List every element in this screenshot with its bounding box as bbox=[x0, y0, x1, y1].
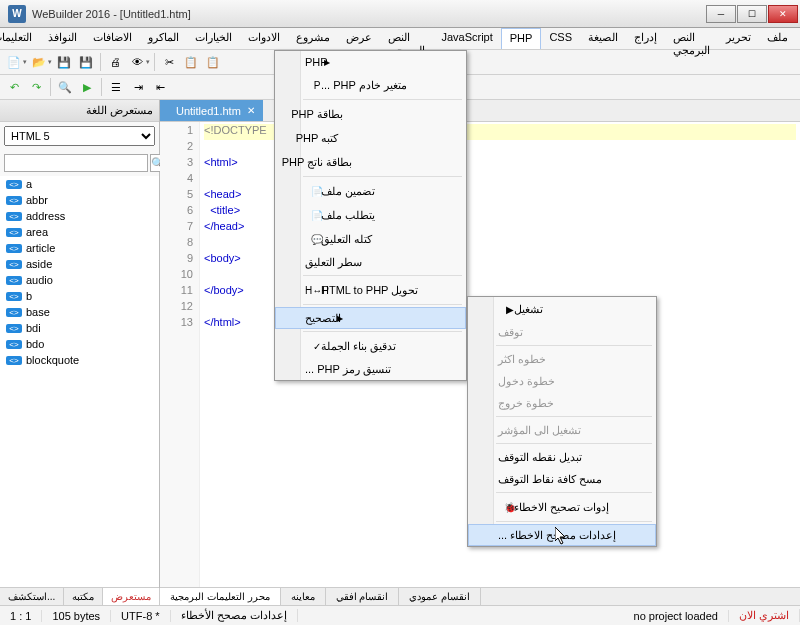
menu-الادوات[interactable]: الادوات bbox=[240, 28, 288, 49]
menu-item[interactable]: سطر التعليق bbox=[275, 251, 466, 273]
copy-icon[interactable]: 📋 bbox=[181, 52, 201, 72]
undo-icon[interactable]: ↶ bbox=[4, 77, 24, 97]
menu-النص البرمجي[interactable]: النص البرمجي bbox=[665, 28, 718, 49]
file-tabs: Untitled1.htm ✕ bbox=[160, 100, 800, 122]
menu-الماكرو[interactable]: الماكرو bbox=[140, 28, 187, 49]
editor-view-tab[interactable]: معاينه bbox=[281, 588, 326, 605]
editor-view-tabs: محرر التعليمات البرمجيةمعاينهانقسام افقي… bbox=[160, 587, 800, 605]
menu-item[interactable]: ✓تدقيق بناء الجملة bbox=[275, 334, 466, 358]
editor-view-tab[interactable]: انقسام عمودي bbox=[399, 588, 481, 605]
menu-الاضافات[interactable]: الاضافات bbox=[85, 28, 140, 49]
sidebar-tab[interactable]: مكتبه bbox=[64, 588, 103, 605]
buy-now-link[interactable]: اشتري الان bbox=[729, 609, 800, 622]
sidebar-tab[interactable]: مستعرض bbox=[103, 588, 160, 605]
menu-item[interactable]: ... إعدادات مصحح الاخطاء bbox=[468, 524, 656, 546]
menu-item[interactable]: مسح كافة نقاط التوقف bbox=[468, 468, 656, 490]
menu-item[interactable]: تبديل نقطه التوقف bbox=[468, 446, 656, 468]
menu-item: توقف bbox=[468, 321, 656, 343]
menu-item[interactable]: ... PHP تنسيق رمز bbox=[275, 358, 466, 380]
cut-icon[interactable]: ✂ bbox=[159, 52, 179, 72]
menu-الخيارات[interactable]: الخيارات bbox=[187, 28, 240, 49]
file-tab[interactable]: Untitled1.htm ✕ bbox=[160, 100, 263, 121]
menu-item[interactable]: PHP▶ bbox=[275, 51, 466, 73]
menu-الصيغة[interactable]: الصيغة bbox=[580, 28, 626, 49]
menu-item[interactable]: 💬كتله التعليق bbox=[275, 227, 466, 251]
tag-badge-icon: <> bbox=[6, 260, 22, 269]
tag-badge-icon: <> bbox=[6, 340, 22, 349]
submenu-arrow-icon: ▶ bbox=[337, 314, 343, 323]
run-icon[interactable]: ▶ bbox=[77, 77, 97, 97]
list-icon[interactable]: ☰ bbox=[106, 77, 126, 97]
status-encoding: UTF-8 * bbox=[111, 610, 171, 622]
outdent-icon[interactable]: ⇤ bbox=[150, 77, 170, 97]
menu-item[interactable]: PHP كتبه bbox=[275, 126, 466, 150]
menu-CSS[interactable]: CSS bbox=[541, 28, 580, 49]
menu-item[interactable]: 📄تضمين ملف bbox=[275, 179, 466, 203]
preview-icon[interactable]: 👁 bbox=[127, 52, 147, 72]
status-message: إعدادات مصحح الأخطاء bbox=[171, 609, 298, 622]
menu-ملف[interactable]: ملف bbox=[759, 28, 796, 49]
menu-item[interactable]: PHP بطاقة bbox=[275, 102, 466, 126]
tag-badge-icon: <> bbox=[6, 196, 22, 205]
editor-view-tab[interactable]: محرر التعليمات البرمجية bbox=[160, 588, 281, 605]
sidebar-tab[interactable]: استكشف... bbox=[0, 588, 64, 605]
menu-item[interactable]: H↔PHTML to PHP تحويل bbox=[275, 278, 466, 302]
paste-icon[interactable]: 📋 bbox=[203, 52, 223, 72]
menu-عرض[interactable]: عرض bbox=[338, 28, 380, 49]
menu-تحرير[interactable]: تحرير bbox=[718, 28, 759, 49]
file-tab-label: Untitled1.htm bbox=[176, 105, 241, 117]
line-gutter: 12345678910111213 bbox=[160, 122, 200, 587]
redo-icon[interactable]: ↷ bbox=[26, 77, 46, 97]
menu-مشروع[interactable]: مشروع bbox=[288, 28, 338, 49]
menu-النوافذ[interactable]: النوافذ bbox=[40, 28, 85, 49]
debug-submenu: ▶تشغيلتوقفخطوه اكثرخطوة دخولخطوة خروجتشغ… bbox=[467, 296, 657, 547]
tag-item[interactable]: <>a bbox=[0, 176, 159, 192]
print-icon[interactable]: 🖨 bbox=[105, 52, 125, 72]
tag-item[interactable]: <>blockquote bbox=[0, 352, 159, 368]
menu-النص البرمجي[interactable]: النص البرمجي bbox=[380, 28, 433, 49]
minimize-button[interactable]: ─ bbox=[706, 5, 736, 23]
tag-item[interactable]: <>base bbox=[0, 304, 159, 320]
tag-item[interactable]: <>aside bbox=[0, 256, 159, 272]
sidebar-tabs: استكشف...مكتبهمستعرض bbox=[0, 587, 159, 605]
tag-badge-icon: <> bbox=[6, 276, 22, 285]
menu-item: تشغيل الى المؤشر bbox=[468, 419, 656, 441]
tag-item[interactable]: <>area bbox=[0, 224, 159, 240]
menu-item[interactable]: PHP بطاقة ناتج bbox=[275, 150, 466, 174]
indent-icon[interactable]: ⇥ bbox=[128, 77, 148, 97]
open-icon[interactable]: 📂 bbox=[29, 52, 49, 72]
tag-item[interactable]: <>address bbox=[0, 208, 159, 224]
tag-list[interactable]: <>a<>abbr<>address<>area<>article<>aside… bbox=[0, 176, 159, 587]
tag-item[interactable]: <>b bbox=[0, 288, 159, 304]
editor-view-tab[interactable]: انقسام افقي bbox=[326, 588, 400, 605]
menu-إدراج[interactable]: إدراج bbox=[626, 28, 665, 49]
menu-JavaScript[interactable]: JavaScript bbox=[433, 28, 500, 49]
menu-item: خطوه اكثر bbox=[468, 348, 656, 370]
tag-item[interactable]: <>abbr bbox=[0, 192, 159, 208]
save-icon[interactable]: 💾 bbox=[54, 52, 74, 72]
menu-item[interactable]: التصحيح▶ bbox=[275, 307, 466, 329]
maximize-button[interactable]: ☐ bbox=[737, 5, 767, 23]
tag-badge-icon: <> bbox=[6, 244, 22, 253]
tag-search-input[interactable] bbox=[4, 154, 148, 172]
tag-item[interactable]: <>article bbox=[0, 240, 159, 256]
tag-badge-icon: <> bbox=[6, 212, 22, 221]
menu-PHP[interactable]: PHP bbox=[501, 28, 542, 49]
window-title: WeBuilder 2016 - [Untitled1.htm] bbox=[32, 8, 706, 20]
menu-item[interactable]: P... PHP متغير خادم bbox=[275, 73, 466, 97]
close-tab-icon[interactable]: ✕ bbox=[247, 105, 255, 116]
statusbar: 1 : 1 105 bytes UTF-8 * إعدادات مصحح الأ… bbox=[0, 605, 800, 625]
menu-item[interactable]: 📄يتطلب ملف bbox=[275, 203, 466, 227]
new-file-icon[interactable]: 📄 bbox=[4, 52, 24, 72]
tag-item[interactable]: <>bdo bbox=[0, 336, 159, 352]
menu-item[interactable]: ▶تشغيل bbox=[468, 297, 656, 321]
tag-item[interactable]: <>bdi bbox=[0, 320, 159, 336]
save-all-icon[interactable]: 💾 bbox=[76, 52, 96, 72]
app-logo: W bbox=[8, 5, 26, 23]
doctype-select[interactable]: HTML 5 bbox=[4, 126, 155, 146]
menu-item[interactable]: 🐞إدوات تصحيح الاخطاء bbox=[468, 495, 656, 519]
find-icon[interactable]: 🔍 bbox=[55, 77, 75, 97]
menu-التعليمات[interactable]: التعليمات bbox=[0, 28, 40, 49]
tag-item[interactable]: <>audio bbox=[0, 272, 159, 288]
close-button[interactable]: ✕ bbox=[768, 5, 798, 23]
